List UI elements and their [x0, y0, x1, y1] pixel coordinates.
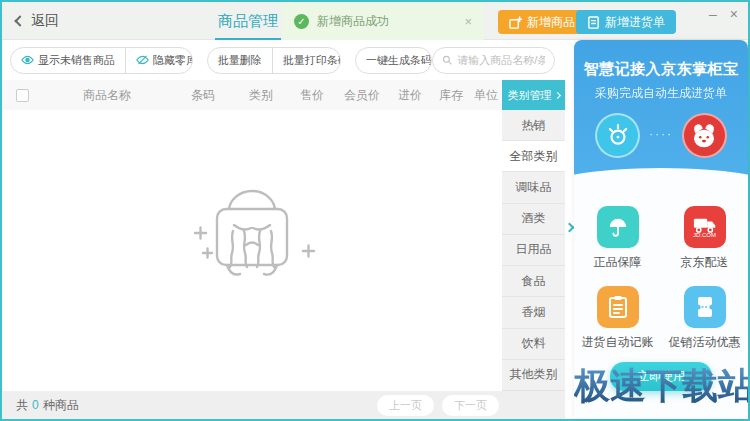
product-list-area: 显示未销售商品 隐藏零库存 批量删除	[2, 40, 565, 419]
batch-print-label: 批量打印条码	[283, 53, 341, 68]
tab-product-management[interactable]: 商品管理	[215, 2, 281, 40]
category-item-food[interactable]: 食品	[502, 266, 565, 297]
minimize-icon[interactable]: –	[709, 4, 717, 24]
category-item-alcohol[interactable]: 酒类	[502, 204, 565, 235]
show-unsold-label: 显示未销售商品	[38, 53, 115, 68]
batch-print-barcode-button[interactable]: 批量打印条码	[272, 48, 341, 73]
table-and-categories: 商品名称 条码 类别 售价 会员价 进价 库存 单位	[2, 80, 565, 391]
column-header-name: 商品名称	[42, 87, 172, 104]
category-item-condiments[interactable]: 调味品	[502, 172, 565, 203]
top-bar: 返回 商品管理 ✓ 新增商品成功 × 新增商品 新增进货单 – ×	[2, 2, 748, 40]
promo-logos: ····	[574, 113, 748, 158]
next-page-button[interactable]: 下一页	[442, 395, 499, 416]
feature-delivery: JD.COM 京东配送	[661, 206, 748, 271]
category-manage-button[interactable]: 类别管理	[502, 80, 565, 110]
category-item-cigarettes[interactable]: 香烟	[502, 297, 565, 328]
category-item-all[interactable]: 全部类别	[502, 141, 565, 172]
close-icon[interactable]: ×	[730, 4, 738, 24]
product-table: 商品名称 条码 类别 售价 会员价 进价 库存 单位	[2, 80, 502, 391]
generate-barcode-label: 一键生成条码	[366, 53, 432, 68]
zhihuiji-logo-icon	[595, 113, 640, 158]
filter-toggle-group: 显示未销售商品 隐藏零库存	[10, 47, 193, 74]
search-input[interactable]	[457, 54, 545, 66]
window-controls: – ×	[709, 4, 738, 24]
search-icon	[442, 54, 452, 66]
category-manage-label: 类别管理	[508, 88, 552, 103]
feature-grid: 正品保障 JD.COM 京东配送	[574, 206, 748, 351]
coupon-icon	[684, 286, 726, 328]
generate-barcode-button[interactable]: 一键生成条码	[356, 48, 432, 73]
empty-state	[177, 181, 327, 297]
promo-subtitle: 采购完成自动生成进货单	[574, 85, 748, 102]
umbrella-icon	[597, 206, 639, 248]
success-toast: ✓ 新增商品成功 ×	[282, 2, 484, 40]
feature-promotion: 促销活动优惠	[661, 286, 748, 351]
promo-title: 智慧记接入京东掌柜宝	[574, 40, 748, 79]
add-purchase-order-button[interactable]: 新增进货单	[576, 10, 676, 34]
back-chevron-icon	[14, 15, 25, 26]
hide-zero-stock-button[interactable]: 隐藏零库存	[125, 48, 193, 73]
column-header-cost: 进价	[388, 87, 432, 104]
app-window: 返回 商品管理 ✓ 新增商品成功 × 新增商品 新增进货单 – ×	[0, 0, 750, 421]
category-item-daily[interactable]: 日用品	[502, 235, 565, 266]
search-box	[432, 47, 555, 74]
doc-plus-icon	[587, 16, 600, 29]
back-label: 返回	[31, 12, 59, 30]
pagination: 上一页 下一页	[377, 395, 499, 416]
prev-page-button[interactable]: 上一页	[377, 395, 434, 416]
eye-off-icon	[136, 55, 149, 65]
feature-bookkeeping-label: 进货自动记账	[574, 334, 661, 351]
promo-header: 智慧记接入京东掌柜宝 采购完成自动生成进货单 ····	[574, 40, 748, 190]
feature-genuine-label: 正品保障	[574, 254, 661, 271]
category-sidebar: 类别管理 热销 全部类别 调味品 酒类 日用品 食品 香烟 饮料 其他类别	[502, 80, 565, 391]
select-all-cell	[2, 89, 42, 102]
column-header-category: 类别	[234, 87, 288, 104]
clipboard-icon	[597, 286, 639, 328]
show-unsold-button[interactable]: 显示未销售商品	[11, 48, 125, 73]
add-product-label: 新增商品	[527, 14, 575, 31]
column-header-barcode: 条码	[172, 87, 234, 104]
hide-zero-stock-label: 隐藏零库存	[153, 53, 193, 68]
total-prefix: 共	[16, 397, 28, 414]
table-body-empty	[2, 110, 502, 391]
batch-delete-button[interactable]: 批量删除	[208, 48, 272, 73]
category-item-other[interactable]: 其他类别	[502, 360, 565, 391]
panel-collapse-chevron-icon[interactable]	[565, 223, 575, 233]
crying-box-icon	[177, 181, 327, 293]
toast-message: 新增商品成功	[317, 13, 456, 30]
connector-dots: ····	[649, 127, 673, 141]
box-plus-icon	[509, 16, 522, 29]
back-button[interactable]: 返回	[16, 2, 59, 40]
add-purchase-label: 新增进货单	[605, 14, 665, 31]
feature-promotion-label: 促销活动优惠	[661, 334, 748, 351]
column-header-member-price: 会员价	[336, 87, 388, 104]
feature-delivery-label: 京东配送	[661, 254, 748, 271]
add-product-button[interactable]: 新增商品	[498, 10, 586, 34]
feature-bookkeeping: 进货自动记账	[574, 286, 661, 351]
total-count: 0	[32, 398, 39, 412]
select-all-checkbox[interactable]	[16, 89, 29, 102]
column-header-stock: 库存	[432, 87, 470, 104]
check-circle-icon: ✓	[294, 14, 309, 29]
table-header-row: 商品名称 条码 类别 售价 会员价 进价 库存 单位	[2, 80, 502, 110]
jd-com-badge: JD.COM	[693, 232, 716, 238]
chevron-right-icon	[553, 91, 560, 98]
generate-barcode-group: 一键生成条码	[355, 47, 432, 74]
feature-genuine: 正品保障	[574, 206, 661, 271]
category-item-hot[interactable]: 热销	[502, 110, 565, 141]
category-item-drinks[interactable]: 饮料	[502, 329, 565, 360]
batch-delete-label: 批量删除	[218, 53, 262, 68]
footer-bar: 共 0 种商品 上一页 下一页	[2, 391, 565, 419]
column-header-unit: 单位	[470, 87, 502, 104]
content-area: 显示未销售商品 隐藏零库存 批量删除	[2, 40, 748, 419]
toolbar: 显示未销售商品 隐藏零库存 批量删除	[2, 40, 565, 80]
jd-promo-panel: 智慧记接入京东掌柜宝 采购完成自动生成进货单 ····	[574, 40, 748, 419]
panel-gap	[565, 40, 574, 419]
jd-joy-logo-icon	[682, 113, 727, 158]
batch-action-group: 批量删除 批量打印条码	[207, 47, 341, 74]
toast-close-icon[interactable]: ×	[464, 14, 472, 29]
use-now-button[interactable]: 立即使用	[610, 362, 712, 391]
total-suffix: 种商品	[43, 397, 79, 414]
column-header-price: 售价	[288, 87, 336, 104]
eye-icon	[21, 55, 34, 65]
